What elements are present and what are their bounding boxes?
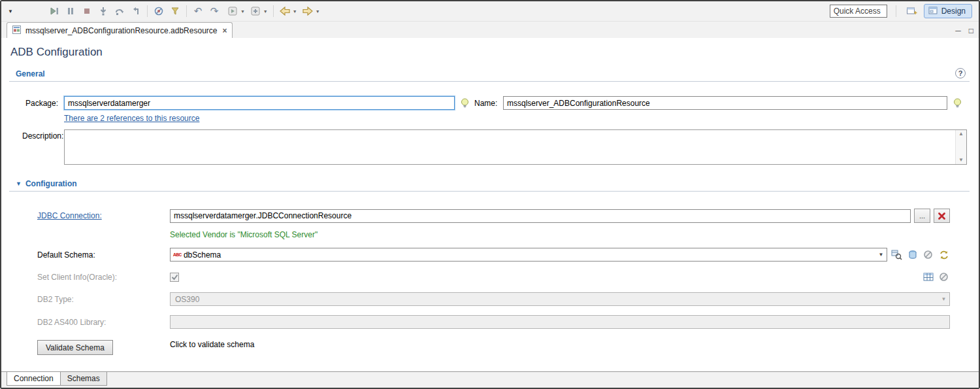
db2-library-input	[170, 315, 950, 329]
main-toolbar: ▼	[1, 1, 979, 22]
toolbar-separator	[896, 5, 896, 17]
string-type-icon: ABC	[173, 252, 182, 258]
skip-breakpoints-icon[interactable]	[152, 4, 166, 18]
design-perspective-icon	[928, 6, 938, 17]
forward-icon[interactable]	[301, 4, 315, 18]
toolbar-right-group: Design	[830, 4, 972, 18]
design-perspective-label: Design	[941, 7, 966, 16]
clear-schema-icon[interactable]	[922, 248, 934, 261]
default-schema-value: dbSchema	[182, 250, 875, 260]
general-section: General ? Package: Name:	[9, 68, 970, 165]
redo-icon[interactable]: ↷	[207, 4, 221, 18]
page-title: ADB Configuration	[10, 46, 970, 59]
close-tab-icon[interactable]: ×	[222, 26, 227, 35]
clear-connection-button[interactable]	[934, 209, 950, 223]
quick-access-input[interactable]	[830, 5, 887, 18]
external-tools-menu-icon[interactable]	[248, 4, 263, 18]
references-link[interactable]: There are 2 references to this resource	[64, 114, 967, 123]
name-label: Name:	[474, 99, 503, 108]
launch-toolbar-group: ▼ ▼	[225, 4, 269, 18]
run-menu-icon[interactable]	[225, 4, 240, 18]
app-window: ▼	[0, 0, 980, 389]
configuration-section: ▼ Configuration JDBC Connection: ...	[9, 178, 970, 355]
configuration-section-header[interactable]: Configuration	[25, 179, 77, 188]
toolbar-separator	[273, 5, 274, 17]
editor-tab[interactable]: mssqlserver_ADBConfigurationResource.adb…	[7, 22, 233, 38]
tab-connection[interactable]: Connection	[7, 372, 61, 386]
breakpoint-toolbar-group	[152, 4, 182, 18]
combo-dropdown-icon[interactable]: ▼	[875, 252, 887, 258]
fetch-schema-icon[interactable]	[890, 248, 903, 261]
editor-tabstrip: mssqlserver_ADBConfigurationResource.adb…	[1, 22, 979, 38]
scroll-down-icon[interactable]: ▼	[958, 158, 964, 163]
toolbar-separator	[186, 5, 187, 17]
jdbc-connection-link[interactable]: JDBC Connection:	[37, 211, 102, 220]
client-info-table-icon[interactable]	[922, 271, 934, 283]
navigation-toolbar-group: ▼ ▼	[278, 4, 321, 18]
minimize-icon[interactable]: ─	[955, 27, 961, 35]
default-schema-label: Default Schema:	[37, 250, 170, 260]
db2-type-combo: OS390 ▼	[170, 292, 950, 306]
back-history-dropdown-icon[interactable]: ▼	[293, 9, 297, 14]
adb-resource-icon	[12, 25, 22, 37]
db2-type-label: DB2 Type:	[37, 295, 170, 304]
description-textarea[interactable]	[65, 130, 955, 164]
description-label: Description:	[22, 129, 64, 141]
step-into-icon[interactable]	[96, 4, 110, 18]
suspend-icon[interactable]	[63, 4, 78, 18]
database-schema-icon[interactable]	[906, 248, 919, 261]
content-assist-bulb-icon	[455, 98, 474, 109]
back-icon[interactable]	[278, 4, 292, 18]
run-menu-dropdown-icon[interactable]: ▼	[240, 9, 245, 14]
maximize-icon[interactable]: □	[969, 27, 973, 35]
db2-type-value: OS390	[173, 295, 938, 304]
design-perspective-button[interactable]: Design	[924, 4, 972, 18]
forward-history-dropdown-icon[interactable]: ▼	[316, 9, 320, 14]
description-scrollbar[interactable]: ▲ ▼	[955, 130, 966, 164]
external-tools-dropdown-icon[interactable]: ▼	[263, 9, 268, 14]
general-section-header: General	[16, 69, 45, 78]
undo-icon[interactable]: ↶	[191, 4, 205, 18]
step-over-icon[interactable]	[112, 4, 127, 18]
view-controls: ─ □	[955, 27, 973, 38]
package-label: Package:	[22, 99, 64, 108]
validate-hint-text: Click to validate schema	[170, 340, 254, 349]
editor-page-tabs: Connection Schemas	[1, 371, 979, 388]
scroll-up-icon[interactable]: ▲	[958, 131, 964, 137]
step-filters-icon[interactable]	[168, 4, 182, 18]
description-field[interactable]: ▲ ▼	[64, 129, 967, 165]
help-icon[interactable]: ?	[955, 68, 966, 78]
jdbc-connection-input[interactable]	[170, 209, 911, 223]
set-client-info-checkbox	[170, 273, 179, 282]
editor-tab-title: mssqlserver_ADBConfigurationResource.adb…	[25, 26, 217, 35]
debug-toolbar-group	[47, 4, 143, 18]
validate-schema-button[interactable]: Validate Schema	[37, 340, 113, 355]
terminate-icon[interactable]	[80, 4, 94, 18]
content-assist-bulb-icon	[947, 98, 967, 109]
collapse-section-icon[interactable]: ▼	[16, 180, 22, 187]
tab-schemas[interactable]: Schemas	[60, 372, 107, 386]
set-client-info-label: Set Client Info(Oracle):	[37, 273, 170, 282]
open-perspective-icon[interactable]	[905, 4, 919, 18]
db2-library-label: DB2 AS400 Library:	[37, 318, 170, 327]
default-schema-combo[interactable]: ABC dbSchema ▼	[170, 248, 887, 262]
toolbar-separator	[147, 5, 148, 17]
browse-connection-button[interactable]: ...	[914, 209, 930, 223]
vendor-status-text: Selected Vendor is "Microsoft SQL Server…	[170, 230, 318, 239]
combo-dropdown-icon: ▼	[938, 296, 949, 302]
step-return-icon[interactable]	[129, 4, 143, 18]
refresh-schema-icon[interactable]	[938, 248, 950, 261]
editor-body: ADB Configuration General ? Package: Nam…	[1, 38, 979, 371]
history-toolbar-group: ↶ ↷	[191, 4, 221, 18]
name-input[interactable]	[503, 96, 947, 110]
resume-icon[interactable]	[47, 4, 61, 18]
clear-client-info-icon[interactable]	[938, 271, 950, 283]
toolbar-overflow-icon[interactable]: ▼	[8, 8, 13, 14]
package-input[interactable]	[64, 96, 455, 110]
